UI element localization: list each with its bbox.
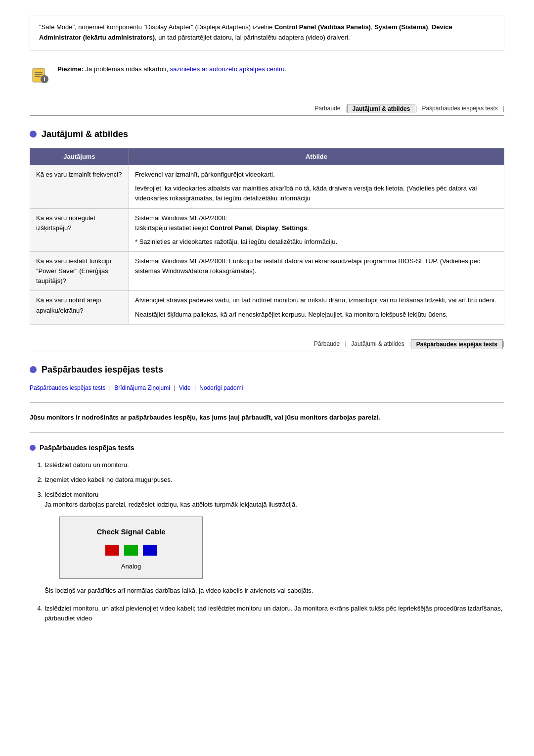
- qa-question-2: Kā es varu noregulēt izšķirtspēju?: [30, 208, 129, 251]
- signal-color-blue: [143, 545, 157, 556]
- note-body: Ja problēmas rodas atkārtoti,: [85, 65, 170, 73]
- list-item: Izslēdziet monitoru, un atkal pievienoji…: [44, 604, 504, 623]
- qa-bullet: [30, 131, 37, 138]
- list-item: Ieslēdziet monitoru Ja monitors darbojas…: [44, 490, 504, 596]
- qa-question-4: Kā es varu notīrīt ārējo apvalku/ekrānu?: [30, 291, 129, 324]
- nav-sep-6: |: [503, 339, 504, 348]
- qa-col-question: Jautājums: [30, 148, 129, 165]
- note-label: Piezīme:: [57, 65, 84, 73]
- selftest-sub-heading: Pašpārbaudes iespējas tests: [30, 443, 504, 453]
- qa-question-1: Kā es varu izmainīt frekvenci?: [30, 165, 129, 208]
- selftest-section: Pašpārbaudes iespējas tests Pašpārbaudes…: [30, 363, 504, 624]
- selftest-link-sep-1: |: [109, 384, 112, 391]
- nav-sep-3: |: [503, 104, 504, 113]
- tab-jautajumi-2[interactable]: Jautājumi & atbildes: [346, 339, 409, 348]
- qa-table: Jautājums Atbilde Kā es varu izmainīt fr…: [30, 148, 504, 325]
- step-2-text: Izņemiet video kabeli no datora mugurpus…: [44, 476, 173, 483]
- steps-list: Izslēdziet datoru un monitoru. Izņemiet …: [44, 460, 504, 623]
- divider-2: [30, 432, 504, 433]
- list-item: Izņemiet video kabeli no datora mugurpus…: [44, 475, 504, 485]
- nav-tabs-1: Pārbaude | Jautājumi & atbildes | Pašpār…: [30, 104, 504, 116]
- step-4-text: Izslēdziet monitoru, un atkal pievienoji…: [44, 605, 502, 622]
- selftest-sub-title: Pašpārbaudes iespējas tests: [40, 443, 134, 453]
- qa-answer-4: Atvienojiet strāvas padeves vadu, un tad…: [129, 291, 504, 324]
- after-signal-text: Šis lodziņš var parādīties arī normālas …: [44, 586, 504, 596]
- tab-parbaude-1[interactable]: Pārbaude: [310, 104, 345, 113]
- qa-answer-2: Sistēmai Windows ME/XP/2000:Izšķirtspēju…: [129, 208, 504, 251]
- nav-tabs-2: Pārbaude | Jautājumi & atbildes | Pašpār…: [30, 339, 504, 351]
- qa-table-header-row: Jautājums Atbilde: [30, 148, 504, 165]
- qa-answer-1: Frekvenci var izmainīt, pārkonfigurējot …: [129, 165, 504, 208]
- tab-jautajumi-1[interactable]: Jautājumi & atbildes: [347, 104, 416, 113]
- step-3-title: Ieslēdziet monitoru: [44, 491, 98, 498]
- signal-cable-box: Check Signal Cable Analog: [59, 517, 203, 578]
- selftest-link-2[interactable]: Brīdinājuma Ziņojumi: [114, 384, 170, 391]
- top-note-bold2: System (Sistēma): [374, 23, 428, 31]
- svg-text:i: i: [44, 76, 45, 82]
- selftest-heading: Pašpārbaudes iespējas tests: [30, 363, 504, 377]
- note-box: i Piezīme: Ja problēmas rodas atkārtoti,…: [30, 59, 504, 90]
- selftest-link-4[interactable]: Noderīgi padomi: [199, 384, 243, 391]
- tab-parbaude-2[interactable]: Pārbaude: [309, 339, 345, 348]
- selftest-link-sep-2: |: [174, 384, 177, 391]
- qa-question-3: Kā es varu iestatīt funkciju "Power Save…: [30, 251, 129, 290]
- signal-color-red: [105, 545, 119, 556]
- selftest-bullet: [30, 366, 37, 373]
- note-icon: i: [30, 64, 50, 85]
- qa-col-answer: Atbilde: [129, 148, 504, 165]
- table-row: Kā es varu notīrīt ārējo apvalku/ekrānu?…: [30, 291, 504, 324]
- divider-1: [30, 402, 504, 403]
- note-link[interactable]: sazinieties ar autorizēto apkalpes centr…: [170, 65, 285, 73]
- qa-section-heading: Jautājumi & atbildes: [30, 128, 504, 141]
- top-note-text: "Safe Mode", noņemiet komponentu "Displa…: [39, 23, 452, 41]
- tab-pasparbaud-1[interactable]: Pašpārbaudes iespējas tests: [417, 104, 502, 113]
- table-row: Kā es varu noregulēt izšķirtspēju? Sistē…: [30, 208, 504, 251]
- qa-answer-3: Sistēmai Windows ME/XP/2000: Funkciju fa…: [129, 251, 504, 290]
- list-item: Izslēdziet datoru un monitoru.: [44, 460, 504, 470]
- table-row: Kā es varu izmainīt frekvenci? Frekvenci…: [30, 165, 504, 208]
- signal-box-label: Analog: [70, 562, 192, 571]
- signal-color-blocks: [70, 545, 192, 556]
- qa-title: Jautājumi & atbildes: [42, 128, 128, 141]
- selftest-intro: Jūsu monitors ir nodrošināts ar pašpārba…: [30, 413, 504, 423]
- top-note-bold1: Control Panel (Vadības Panelis): [274, 23, 371, 31]
- signal-box-title: Check Signal Cable: [70, 526, 192, 537]
- selftest-links: Pašpārbaudes iespējas tests | Brīdinājum…: [30, 383, 504, 392]
- selftest-link-1[interactable]: Pašpārbaudes iespējas tests: [30, 384, 105, 391]
- selftest-link-sep-3: |: [194, 384, 197, 391]
- selftest-link-3[interactable]: Vide: [179, 384, 191, 391]
- signal-color-green: [124, 545, 138, 556]
- note-text: Piezīme: Ja problēmas rodas atkārtoti, s…: [57, 64, 286, 74]
- selftest-title: Pašpārbaudes iespējas tests: [42, 363, 163, 377]
- selftest-sub-bullet: [30, 445, 36, 451]
- top-note-box: "Safe Mode", noņemiet komponentu "Displa…: [30, 15, 504, 50]
- step-1-text: Izslēdziet datoru un monitoru.: [44, 461, 129, 469]
- tab-pasparbaud-2[interactable]: Pašpārbaudes iespējas tests: [411, 339, 503, 349]
- step-3-sub: Ja monitors darbojas pareizi, redzēsiet …: [44, 501, 297, 508]
- table-row: Kā es varu iestatīt funkciju "Power Save…: [30, 251, 504, 290]
